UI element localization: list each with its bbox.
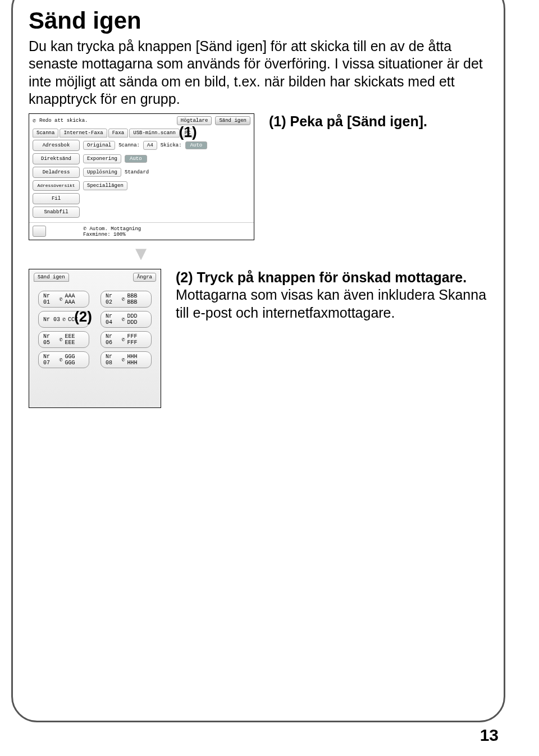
phone-icon: ✆ <box>122 296 125 303</box>
recipient-no: Nr 04 <box>106 313 120 326</box>
btn-speciallagen[interactable]: Speciallägen <box>83 181 127 190</box>
tab-internet-faxa[interactable]: Internet-Faxa <box>60 129 107 138</box>
recipient-no: Nr 07 <box>43 354 57 366</box>
btn-original[interactable]: Original <box>83 141 115 150</box>
recipient-no: Nr 01 <box>43 293 57 305</box>
val-a4[interactable]: A4 <box>143 141 157 150</box>
phone-icon: ✆ <box>122 356 125 363</box>
recipient-name: DDD DDD <box>127 313 147 326</box>
resend-button[interactable]: Sänd igen <box>215 116 250 125</box>
callout-2: (2) <box>74 308 92 326</box>
recipient-button[interactable]: Nr 07 ✆ GGG GGG <box>38 351 89 368</box>
resend-list-panel: Sänd igen Ångra Nr 01 ✆ AAA AAANr 02 ✆ B… <box>29 269 161 408</box>
tab-pc[interactable]: PC (1) <box>181 129 195 138</box>
faxmem-label: Faxminne: 100% <box>83 232 126 237</box>
recipient-no: Nr 06 <box>106 333 120 346</box>
fax-screen-panel: ✆ Redo att skicka. Högtalare Sänd igen S… <box>29 113 254 240</box>
page-title: Sänd igen <box>29 7 488 34</box>
btn-upplosning[interactable]: Upplösning <box>83 168 121 177</box>
recipient-name: HHH HHH <box>127 354 147 366</box>
side-direktsand[interactable]: Direktsänd <box>33 153 80 164</box>
side-snabbfil[interactable]: Snabbfil <box>33 207 80 218</box>
down-arrow-icon: ▼ <box>29 242 253 264</box>
lbl-scanna: Scanna: <box>118 143 140 148</box>
side-adressbok[interactable]: Adressbok <box>33 140 80 151</box>
phone-icon: ✆ <box>62 316 66 323</box>
val-auto-exp: Auto <box>125 155 147 163</box>
callout-1: (1) <box>178 123 198 141</box>
tab-scanna[interactable]: Scanna <box>33 129 58 138</box>
recipient-button[interactable]: Nr 05 ✆ EEE EEE <box>38 331 89 348</box>
side-fil[interactable]: Fil <box>33 193 80 204</box>
recipient-name: FFF FFF <box>127 333 147 346</box>
recipient-name: BBB BBB <box>127 293 147 305</box>
step1-text: (1) Peka på [Sänd igen]. <box>269 113 427 130</box>
btn-exponering[interactable]: Exponering <box>83 154 121 163</box>
val-standard: Standard <box>125 169 149 175</box>
step2-body: Mottagarna som visas kan även inkludera … <box>176 286 488 322</box>
tab-usb[interactable]: USB-minn.scann <box>129 129 180 138</box>
phone-icon: ✆ <box>60 336 63 343</box>
intro-text: Du kan trycka på knappen [Sänd igen] för… <box>29 38 488 108</box>
page-number: 13 <box>480 726 499 745</box>
recipient-button[interactable]: Nr 03 ✆ CCC(2) <box>38 311 89 328</box>
val-auto-send: Auto <box>185 141 208 149</box>
resend-title-tab: Sänd igen <box>34 273 69 282</box>
recipient-no: Nr 05 <box>43 333 57 346</box>
recipient-no: Nr 02 <box>106 293 120 305</box>
status-text: Redo att skicka. <box>39 118 88 123</box>
recipient-button[interactable]: Nr 04 ✆ DDD DDD <box>101 311 152 328</box>
recipient-no: Nr 08 <box>106 354 120 366</box>
preview-icon[interactable] <box>33 226 46 237</box>
lbl-skicka: Skicka: <box>161 143 182 148</box>
phone-icon: ✆ <box>60 296 63 303</box>
recipient-no: Nr 03 <box>43 317 60 323</box>
recipient-name: GGG GGG <box>65 354 84 366</box>
recipient-button[interactable]: Nr 06 ✆ FFF FFF <box>101 331 152 348</box>
side-adressoversikt[interactable]: Adressöversikt <box>33 180 80 191</box>
tab-faxa[interactable]: Faxa <box>108 129 129 138</box>
phone-icon: ✆ <box>122 316 125 323</box>
side-deladress[interactable]: Deladress <box>33 167 80 178</box>
recipient-button[interactable]: Nr 02 ✆ BBB BBB <box>101 291 152 308</box>
cancel-button[interactable]: Ångra <box>133 273 156 282</box>
autoreceive-label: Autom. Mottagning <box>89 226 141 232</box>
recipient-button[interactable]: Nr 08 ✆ HHH HHH <box>101 351 152 368</box>
recipient-name: AAA AAA <box>65 293 84 305</box>
phone-icon: ✆ <box>122 336 125 343</box>
handset-icon-small: ✆ <box>83 226 86 232</box>
handset-icon: ✆ <box>33 117 36 124</box>
recipient-button[interactable]: Nr 01 ✆ AAA AAA <box>38 291 89 308</box>
phone-icon: ✆ <box>60 356 63 363</box>
step2-title: (2) Tryck på knappen för önskad mottagar… <box>176 269 488 286</box>
recipient-name: EEE EEE <box>65 333 84 346</box>
